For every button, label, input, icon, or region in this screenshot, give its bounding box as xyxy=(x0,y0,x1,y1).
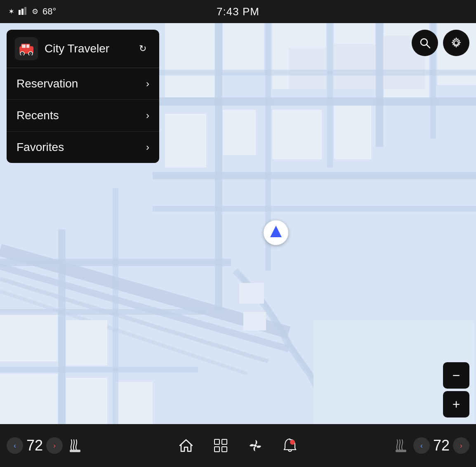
chevron-right-icon: › xyxy=(146,110,149,121)
menu-item-favorites[interactable]: Favorites › xyxy=(7,132,159,163)
svg-rect-56 xyxy=(70,450,80,452)
svg-rect-4 xyxy=(165,23,214,97)
svg-point-52 xyxy=(30,53,31,54)
left-temp-decrease-button[interactable]: ‹ xyxy=(7,437,23,454)
zoom-in-button[interactable]: + xyxy=(443,391,469,417)
reservation-label: Reservation xyxy=(16,77,78,90)
left-temp-increase-button[interactable]: › xyxy=(46,437,63,454)
svg-rect-60 xyxy=(222,447,227,452)
navigation-arrow xyxy=(270,226,282,237)
app-header: City Traveler ↻ xyxy=(7,30,159,68)
svg-rect-5 xyxy=(223,23,264,73)
svg-rect-31 xyxy=(66,320,107,366)
svg-rect-2 xyxy=(24,7,26,15)
svg-rect-11 xyxy=(334,44,375,89)
notification-button[interactable] xyxy=(281,436,299,455)
map-area: City Traveler ↻ Reservation › Recents › … xyxy=(0,23,476,442)
bottom-center-controls xyxy=(91,436,385,455)
rear-seat-heat-icon xyxy=(394,438,408,453)
bell-icon xyxy=(283,438,297,453)
svg-rect-30 xyxy=(0,312,58,361)
bluetooth-icon: ✶ xyxy=(8,7,14,16)
status-bar: ✶ ⚙ 68° 7:43 PM xyxy=(0,0,476,23)
gear-icon xyxy=(450,37,462,49)
bottom-bar: ‹ 72 › xyxy=(0,424,476,467)
location-marker xyxy=(264,220,288,245)
svg-point-62 xyxy=(290,440,295,445)
app-title: City Traveler xyxy=(45,42,128,55)
status-left: ✶ ⚙ 68° xyxy=(8,6,56,17)
seat-heat-right-icon[interactable] xyxy=(392,436,410,455)
svg-rect-59 xyxy=(214,447,219,452)
temperature-display: 68° xyxy=(42,6,56,17)
status-time: 7:43 PM xyxy=(217,5,259,18)
svg-rect-36 xyxy=(239,283,264,304)
signal-icon xyxy=(19,7,28,17)
search-icon xyxy=(419,37,431,49)
svg-rect-0 xyxy=(19,10,21,15)
zoom-controls: − + xyxy=(443,362,469,417)
seat-heat-left-icon[interactable] xyxy=(66,436,84,455)
svg-point-61 xyxy=(254,444,257,447)
chevron-right-icon: › xyxy=(146,142,149,153)
app-menu: City Traveler ↻ Reservation › Recents › … xyxy=(7,30,159,163)
settings-button[interactable] xyxy=(443,30,469,56)
right-temperature: 72 xyxy=(433,437,450,454)
svg-point-50 xyxy=(21,53,23,54)
app-icon xyxy=(15,37,38,60)
menu-item-recents[interactable]: Recents › xyxy=(7,100,159,132)
grid-button[interactable] xyxy=(212,436,230,455)
right-temp-increase-button[interactable]: › xyxy=(453,437,469,454)
svg-rect-1 xyxy=(21,9,24,15)
left-temperature: 72 xyxy=(26,437,43,454)
svg-rect-58 xyxy=(222,439,227,444)
car-icon xyxy=(19,42,34,55)
settings-status-icon: ⚙ xyxy=(32,7,38,16)
favorites-label: Favorites xyxy=(16,141,64,154)
top-right-controls xyxy=(412,30,469,56)
seat-heat-icon xyxy=(68,438,82,453)
left-climate: ‹ 72 › xyxy=(0,436,91,455)
fan-button[interactable] xyxy=(246,436,264,455)
svg-rect-21 xyxy=(223,110,256,155)
search-button[interactable] xyxy=(412,30,438,56)
svg-point-55 xyxy=(454,41,458,45)
svg-rect-20 xyxy=(165,114,206,167)
svg-line-54 xyxy=(427,45,430,48)
right-climate: ‹ 72 › xyxy=(385,436,476,455)
svg-rect-10 xyxy=(289,48,326,89)
chevron-right-icon: › xyxy=(146,78,149,90)
menu-item-reservation[interactable]: Reservation › xyxy=(7,68,159,100)
svg-rect-63 xyxy=(396,450,406,452)
fan-icon xyxy=(248,438,263,453)
recents-label: Recents xyxy=(16,109,59,122)
svg-rect-22 xyxy=(272,110,322,159)
svg-rect-37 xyxy=(243,312,266,330)
svg-rect-57 xyxy=(214,439,219,444)
svg-rect-47 xyxy=(22,45,26,48)
svg-rect-23 xyxy=(334,106,371,159)
svg-rect-48 xyxy=(26,45,29,48)
home-button[interactable] xyxy=(177,436,195,455)
right-temp-decrease-button[interactable]: ‹ xyxy=(413,437,430,454)
zoom-out-button[interactable]: − xyxy=(443,362,469,389)
refresh-button[interactable]: ↻ xyxy=(134,40,151,57)
grid-icon xyxy=(213,438,228,453)
home-icon xyxy=(179,438,193,453)
